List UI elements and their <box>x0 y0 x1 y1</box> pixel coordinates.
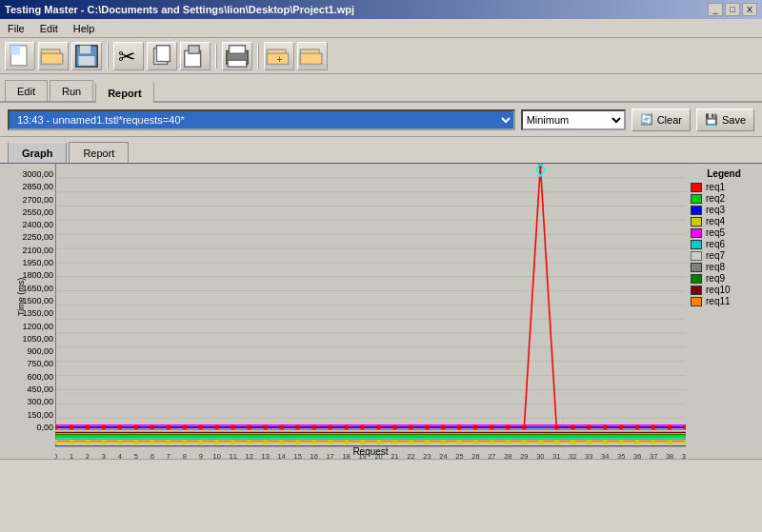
copy-button[interactable] <box>147 42 177 70</box>
svg-rect-93 <box>215 425 219 429</box>
legend-item-req6: req6 <box>691 239 757 249</box>
svg-rect-6 <box>79 56 95 66</box>
folder1-button[interactable]: + <box>264 42 294 70</box>
clear-button[interactable]: 🔄 Clear <box>632 108 691 131</box>
legend-label-req9: req9 <box>706 273 725 284</box>
svg-rect-87 <box>118 425 122 429</box>
svg-rect-161 <box>668 440 672 443</box>
toolbar-separator-2 <box>215 44 217 69</box>
menu-edit[interactable]: Edit <box>36 22 62 35</box>
svg-rect-117 <box>603 425 607 429</box>
paste-button[interactable] <box>180 42 211 70</box>
title-bar: Testing Master - C:\Documents and Settin… <box>0 0 762 19</box>
graph-container: 0 1 2 3 4 5 6 7 8 9 10 11 12 13 14 15 16… <box>55 164 686 459</box>
session-select[interactable]: 13:43 - unnamed1.tstl*requests=40* <box>8 109 515 130</box>
svg-rect-125 <box>86 440 90 443</box>
window-title: Testing Master - C:\Documents and Settin… <box>5 4 354 15</box>
svg-rect-91 <box>183 425 187 429</box>
y-label-450: 450,00 <box>27 384 53 394</box>
svg-rect-127 <box>118 440 122 443</box>
legend-color-req7 <box>691 251 702 261</box>
tab-report-inner[interactable]: Report <box>69 142 129 163</box>
y-label-1350: 1350,00 <box>22 308 53 318</box>
legend-label-req7: req7 <box>706 250 725 261</box>
svg-rect-92 <box>199 425 203 429</box>
save-button[interactable]: 💾 Save <box>696 108 754 131</box>
window-controls[interactable]: _ □ X <box>708 3 757 16</box>
maximize-button[interactable]: □ <box>725 3 740 16</box>
svg-rect-130 <box>167 440 170 443</box>
legend-label-req1: req1 <box>706 182 725 192</box>
legend-label-req2: req2 <box>706 193 725 204</box>
svg-rect-115 <box>571 425 574 429</box>
svg-rect-108 <box>457 425 461 429</box>
svg-rect-95 <box>248 425 251 429</box>
legend-color-req3 <box>691 206 702 215</box>
svg-rect-132 <box>199 440 203 443</box>
legend-title: Legend <box>691 168 757 179</box>
open-button[interactable] <box>38 42 69 70</box>
svg-rect-153 <box>538 440 542 443</box>
save-toolbar-button[interactable] <box>71 42 102 70</box>
close-button[interactable]: X <box>742 3 757 16</box>
outer-tab-bar: Edit Run Report <box>0 74 762 103</box>
svg-rect-147 <box>441 440 445 443</box>
svg-rect-135 <box>248 440 251 443</box>
svg-rect-160 <box>652 440 655 443</box>
clear-icon: 🔄 <box>640 113 653 126</box>
legend-item-req8: req8 <box>691 262 757 272</box>
toolbar-separator-1 <box>107 44 109 69</box>
legend-color-req1 <box>691 183 702 192</box>
status-text <box>4 463 7 474</box>
y-axis: Time (ms) 3000,00 2850,00 2700,00 2550,0… <box>0 164 55 459</box>
legend-label-req4: req4 <box>706 216 725 227</box>
toolbar: ✂ + <box>0 38 762 74</box>
y-label-1650: 1650,00 <box>22 284 53 293</box>
svg-text:+: + <box>276 53 283 65</box>
svg-rect-138 <box>296 440 300 443</box>
folder2-button[interactable] <box>297 42 328 70</box>
svg-rect-122 <box>684 425 686 429</box>
svg-rect-126 <box>102 440 106 443</box>
svg-rect-85 <box>86 425 90 429</box>
cut-button[interactable]: ✂ <box>113 42 144 70</box>
tab-run[interactable]: Run <box>50 80 93 101</box>
legend-label-req8: req8 <box>706 262 725 272</box>
y-label-0: 0,00 <box>36 423 53 432</box>
svg-rect-102 <box>360 425 364 429</box>
svg-rect-1 <box>10 45 20 54</box>
svg-rect-114 <box>554 425 558 429</box>
y-label-1050: 1050,00 <box>22 334 53 344</box>
svg-rect-142 <box>360 440 364 443</box>
tab-edit[interactable]: Edit <box>5 80 48 101</box>
tab-graph[interactable]: Graph <box>8 142 67 163</box>
legend-label-req5: req5 <box>706 227 725 238</box>
svg-text:✂: ✂ <box>118 45 135 69</box>
mode-select[interactable]: Minimum Maximum Average <box>521 109 626 130</box>
x-axis-title: Request <box>55 446 686 457</box>
svg-rect-83 <box>55 425 57 429</box>
y-label-3000: 3000,00 <box>22 169 53 179</box>
menu-bar: File Edit Help <box>0 19 762 38</box>
new-button[interactable] <box>5 42 35 70</box>
menu-file[interactable]: File <box>4 22 29 35</box>
svg-rect-148 <box>457 440 461 443</box>
legend-item-req11: req11 <box>691 296 757 306</box>
y-label-150: 150,00 <box>27 410 53 420</box>
menu-help[interactable]: Help <box>70 22 99 35</box>
tab-report[interactable]: Report <box>95 82 153 103</box>
svg-rect-158 <box>619 440 623 443</box>
minimize-button[interactable]: _ <box>708 3 723 16</box>
svg-rect-156 <box>587 440 591 443</box>
svg-rect-157 <box>603 440 607 443</box>
print-button[interactable] <box>222 42 252 70</box>
svg-rect-154 <box>554 440 558 443</box>
svg-rect-98 <box>296 425 300 429</box>
svg-rect-140 <box>328 440 331 443</box>
y-label-1950: 1950,00 <box>22 258 53 267</box>
legend-color-req10 <box>691 286 702 295</box>
legend-item-req1: req1 <box>691 182 757 192</box>
svg-rect-94 <box>231 425 235 429</box>
legend-item-req10: req10 <box>691 285 757 295</box>
svg-rect-119 <box>635 425 639 429</box>
